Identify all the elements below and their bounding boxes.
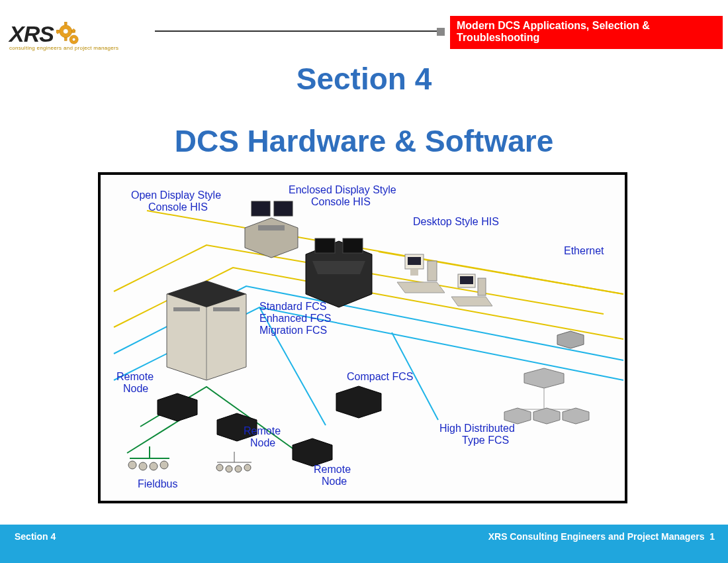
svg-rect-24 [408, 257, 421, 265]
open-console-icon [245, 201, 298, 258]
footer-section: Section 4 [15, 531, 56, 542]
svg-rect-31 [478, 278, 486, 295]
enclosed-console-icon [306, 238, 372, 307]
svg-rect-21 [343, 238, 363, 253]
svg-rect-2 [64, 37, 67, 40]
svg-point-48 [160, 461, 168, 469]
label-remote-node-3: Remote Node [314, 464, 353, 487]
page-number: 1 [709, 531, 715, 542]
svg-rect-25 [410, 269, 418, 276]
svg-point-47 [150, 462, 158, 470]
fieldbus-devices-icon [216, 452, 251, 472]
svg-marker-30 [451, 297, 492, 306]
header-banner: Modern DCS Applications, Selection & Tro… [450, 16, 723, 49]
svg-point-51 [216, 464, 223, 471]
label-ethernet: Ethernet [564, 245, 604, 256]
svg-marker-22 [312, 261, 365, 274]
svg-rect-1 [64, 22, 67, 25]
label-fieldbus: Fieldbus [138, 478, 177, 489]
svg-marker-15 [245, 218, 298, 258]
label-open-console: Open Display Style Console HIS [131, 189, 224, 213]
header-line [155, 30, 445, 32]
svg-point-9 [72, 38, 75, 41]
svg-rect-27 [428, 261, 437, 281]
svg-marker-26 [397, 282, 445, 293]
desktop-pc-icon [397, 254, 445, 293]
label-enclosed-console: Enclosed Display Style Console HIS [289, 184, 399, 207]
logo-text: XRS [9, 21, 54, 47]
svg-marker-42 [563, 408, 589, 424]
svg-rect-29 [460, 276, 473, 284]
svg-point-46 [139, 462, 147, 470]
section-title: DCS Hardware & Software [0, 123, 728, 159]
ethernet-node-icon [557, 331, 584, 348]
svg-marker-41 [533, 408, 560, 424]
svg-point-53 [235, 466, 242, 472]
svg-marker-40 [504, 408, 531, 424]
header-accent-box [437, 28, 445, 36]
svg-point-45 [128, 461, 136, 469]
remote-node-icon [158, 393, 197, 421]
remote-node-icon [293, 438, 332, 466]
fieldbus-devices-icon [128, 446, 169, 470]
label-compact-fcs: Compact FCS [347, 371, 413, 382]
architecture-diagram: Open Display Style Console HIS Enclosed … [98, 172, 627, 503]
footer-bar: Section 4 XRS Consulting Engineers and P… [0, 525, 728, 563]
logo: XRS [9, 21, 81, 47]
svg-rect-20 [315, 238, 335, 253]
label-desktop-his: Desktop Style HIS [413, 216, 499, 227]
logo-tagline: consulting engineers and project manager… [9, 45, 118, 51]
svg-point-7 [63, 28, 68, 34]
desktop-pc-icon [451, 274, 492, 306]
gear-icon [56, 22, 81, 47]
distributed-fcs-icon [504, 368, 589, 424]
svg-rect-13 [173, 307, 200, 311]
svg-marker-36 [336, 386, 381, 418]
footer-company: XRS Consulting Engineers and Project Man… [488, 531, 715, 542]
label-standard-fcs: Standard FCS Enhanced FCS Migration FCS [259, 301, 334, 336]
svg-rect-17 [274, 201, 293, 216]
cabinet-icon [167, 281, 246, 380]
svg-rect-16 [251, 201, 270, 216]
svg-rect-14 [213, 307, 240, 311]
svg-marker-35 [293, 438, 332, 466]
svg-point-52 [226, 466, 232, 472]
section-number: Section 4 [0, 61, 728, 97]
label-high-dist-fcs: High Distributed Type FCS [439, 423, 518, 446]
label-remote-node-1: Remote Node [116, 371, 156, 394]
compact-fcs-icon [336, 386, 381, 418]
svg-rect-18 [258, 225, 285, 230]
svg-marker-32 [557, 331, 584, 348]
svg-marker-37 [524, 368, 564, 388]
svg-point-54 [244, 464, 251, 471]
svg-marker-33 [158, 393, 197, 421]
